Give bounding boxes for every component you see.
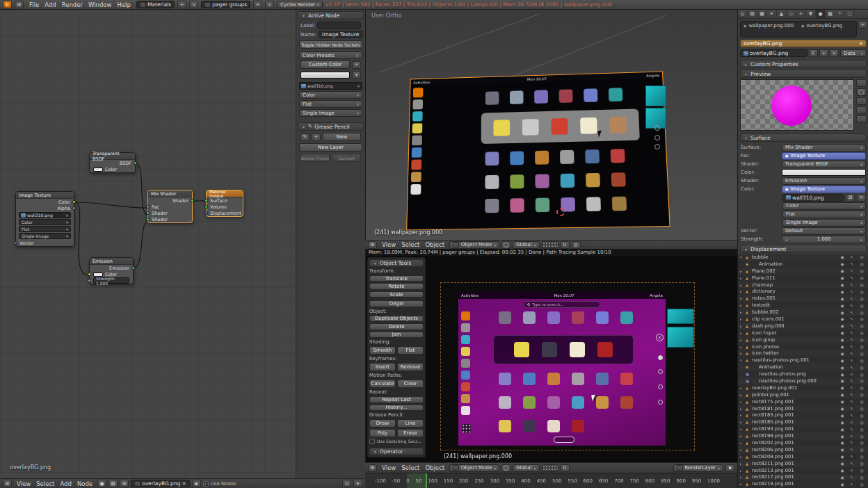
menu-item[interactable]: Object [422,241,447,248]
expand-arrow[interactable]: ▸ [740,283,744,287]
menu-item[interactable]: Object [422,464,447,471]
socket-volume-in[interactable] [204,205,208,209]
slot-add-button[interactable]: + [858,21,867,29]
menu-item[interactable]: Add [57,480,74,487]
grease-pencil-panel-header[interactable]: ▾✎Grease Pencil [298,122,364,131]
selectable-arrow-icon[interactable]: ↖ [848,420,856,425]
source-select[interactable]: Single Image▾ [299,109,362,117]
object-tools-panel-header[interactable]: ▾Object Tools [369,259,424,267]
expand-arrow[interactable]: ▾ [740,255,744,259]
unlink-icon[interactable]: × [65,213,69,218]
strength-slider[interactable]: Strength: 1.000 [93,277,129,284]
menu-item[interactable]: Help [114,1,133,8]
expand-arrow[interactable]: ▸ [740,269,744,273]
render-camera-icon[interactable]: ◎ [858,468,866,473]
visibility-eye-icon[interactable]: ◉ [838,440,846,445]
outliner-item[interactable]: ▸ ▲ Plane.011 ◉ ↖ ◎ [738,275,868,282]
expand-arrow[interactable]: ▸ [740,351,744,355]
expand-arrow[interactable]: ▸ [740,420,744,424]
selectable-arrow-icon[interactable]: ↖ [848,392,856,397]
render-camera-icon[interactable]: ◎ [858,440,866,445]
visibility-eye-icon[interactable]: ◉ [838,330,846,335]
render-camera-icon[interactable]: ◎ [858,454,866,459]
render-layer-select[interactable]: RenderLayer▾ [673,464,723,472]
render-camera-icon[interactable]: ◎ [858,413,866,418]
active-texture-slot[interactable]: overlayBG.png× [740,40,867,47]
render-camera-icon[interactable]: ◎ [572,241,581,249]
expand-arrow[interactable]: ▸ [740,462,744,466]
visibility-eye-icon[interactable]: ◉ [838,337,846,342]
surface-shader-select[interactable]: Mix Shader▾ [782,144,866,152]
blender-logo-icon[interactable]: b [3,1,12,8]
visibility-eye-icon[interactable]: ◉ [838,316,846,321]
properties-tab-icon[interactable]: ▦ [757,10,767,18]
expand-arrow[interactable]: ▸ [740,400,744,404]
timeline[interactable]: -100-50050100150200250300350400450500550… [365,473,737,488]
source-select[interactable]: Single Image▾ [19,233,71,239]
strength-slider[interactable]: ◂1.000▸ [782,236,866,243]
selectable-arrow-icon[interactable]: ↖ [848,303,856,308]
node-label-input[interactable] [317,22,361,29]
outliner-item[interactable]: ▸ ▲ rect8185.png.001 ◉ ↖ ◎ [738,418,868,425]
socket-strength-in[interactable] [88,279,91,282]
outliner-item[interactable]: ▸ ▲ rect8219.png.001 ◉ ↖ ◎ [738,480,868,487]
visibility-eye-icon[interactable]: ◉ [838,434,846,439]
poly-button[interactable]: Poly [369,429,396,437]
empty-object[interactable] [654,135,660,140]
menu-item[interactable]: Window [86,1,115,8]
render-camera-icon[interactable]: ◎ [858,268,866,273]
outliner-item[interactable]: ▸ ▲ dictionary ◉ ↖ ◎ [738,288,868,295]
menu-item[interactable]: Render [59,1,86,8]
preview-hair-button[interactable] [856,115,867,123]
selectable-arrow-icon[interactable]: ↖ [848,413,856,418]
node-header[interactable]: Transparent BSDF [90,153,135,160]
new-layer-button[interactable]: New Layer [299,143,362,152]
visibility-eye-icon[interactable]: ◉ [838,378,846,383]
expand-arrow[interactable]: ▸ [740,324,744,328]
render-camera-icon[interactable]: ◎ [858,344,866,349]
selectable-arrow-icon[interactable]: ↖ [848,254,856,259]
snap-magnet-icon[interactable]: U [561,241,570,249]
surface-panel-header[interactable]: ▾Surface [740,133,867,142]
visibility-eye-icon[interactable]: ◉ [838,475,846,480]
render-camera-icon[interactable]: ◎ [858,427,866,432]
outliner-item[interactable]: ▸ ▲ clip icons.001 ◉ ↖ ◎ [738,316,868,323]
visibility-eye-icon[interactable]: ◉ [838,323,846,328]
socket-shader-out[interactable] [191,199,194,202]
menu-item[interactable]: Select [33,480,57,487]
history-button[interactable]: History... [369,405,424,411]
editor-type-icon[interactable]: ⊞ [368,464,377,472]
selectable-arrow-icon[interactable]: ↖ [848,316,856,321]
texture-slot[interactable]: ●wallpaper.png.000 [741,22,798,29]
displacement-panel-header[interactable]: ▾Displacement [740,245,867,253]
selectable-arrow-icon[interactable]: ↖ [848,296,856,301]
menu-item[interactable]: Node [74,480,95,487]
rotate-button[interactable]: Rotate [369,283,424,289]
preview-sphere-button[interactable]: ◯ [856,88,867,96]
selectable-arrow-icon[interactable]: ↖ [848,385,856,390]
menu-item[interactable]: Add [42,1,58,8]
visibility-eye-icon[interactable]: ◉ [838,372,846,377]
image-datablock-field[interactable]: wall310.png× [299,82,362,90]
selectable-arrow-icon[interactable]: ↖ [848,447,856,452]
node-header[interactable]: Material Output [207,190,243,197]
menu-item[interactable]: Select [399,464,422,471]
visibility-eye-icon[interactable]: ◉ [838,461,846,466]
convert-button[interactable]: Convert [332,154,361,162]
pivot-select[interactable]: Global▾ [513,464,539,472]
outliner-item[interactable]: ▸ ▲ icon twitter ◉ ↖ ◎ [738,350,868,357]
render-camera-icon[interactable]: ◎ [858,434,866,439]
node-name-input[interactable]: Image Texture [319,31,362,38]
selectable-arrow-icon[interactable]: ↖ [848,282,856,287]
unlink-icon[interactable]: × [357,83,360,88]
expand-arrow[interactable]: ▸ [740,441,744,445]
preview-monkey-button[interactable] [856,106,867,114]
selectable-arrow-icon[interactable]: ↖ [848,351,856,356]
scene-delete-button[interactable]: × [265,1,274,8]
node-emission[interactable]: Emission Emission Color Strength: 1.000 [89,257,134,284]
material-datablock-field[interactable]: overlayBG.png× [131,480,190,487]
selectable-arrow-icon[interactable]: ↖ [848,372,856,377]
selectable-arrow-icon[interactable]: ↖ [848,454,856,459]
custom-properties-panel-header[interactable]: ▸Custom Properties [740,60,867,68]
outliner-item[interactable]: ▦ nautilus-photos.png.000 ◉ ↖ ◎ [738,377,868,384]
